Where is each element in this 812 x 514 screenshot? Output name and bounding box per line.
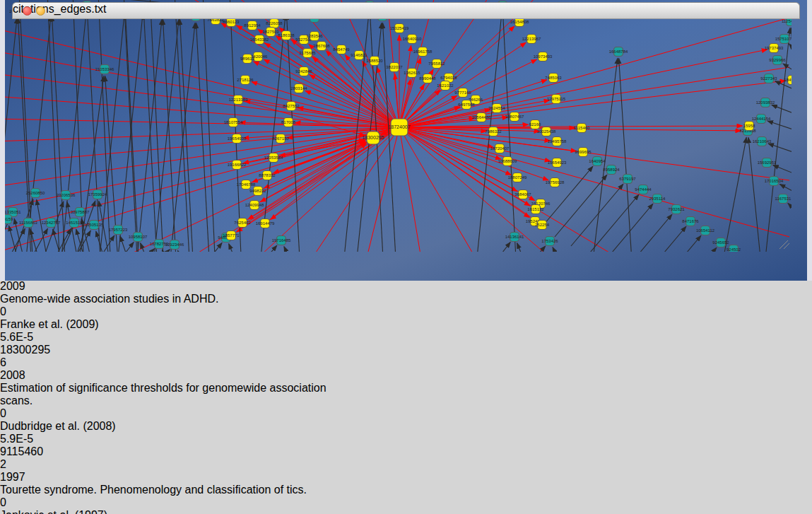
network-node[interactable]: 20206536	[57, 191, 76, 200]
network-node[interactable]: 7485063	[545, 74, 562, 83]
network-window-titlebar[interactable]: citations_edges.txt	[12, 2, 800, 19]
network-node[interactable]: 1588520	[366, 57, 383, 66]
network-node[interactable]: 14136141	[505, 233, 524, 242]
network-node[interactable]: 16543382	[250, 35, 269, 45]
network-node[interactable]: 8990448	[419, 74, 436, 83]
network-node[interactable]: 16640910	[403, 35, 422, 44]
network-node[interactable]: 8958924	[603, 165, 620, 175]
network-node[interactable]: 16210643	[753, 137, 772, 146]
network-node[interactable]: 15325419	[390, 24, 409, 33]
network-node[interactable]: 1167531	[775, 194, 792, 204]
network-node[interactable]: 12409948	[245, 201, 264, 210]
network-node[interactable]: 15958	[743, 122, 755, 131]
network-node[interactable]: 8454749	[333, 45, 350, 54]
network-edge	[284, 247, 295, 252]
network-node[interactable]: 21053346	[95, 65, 114, 74]
network-node[interactable]: 17016504	[765, 177, 784, 186]
network-node[interactable]: 9329966	[769, 56, 786, 65]
network-node[interactable]: 12444154	[752, 115, 771, 124]
network-node[interactable]: 18724007	[388, 119, 410, 136]
network-node[interactable]: 19737493	[765, 44, 784, 53]
network-edge	[571, 184, 623, 246]
network-node-label: 1362615	[404, 71, 420, 75]
network-node[interactable]: 7932621	[668, 205, 685, 214]
network-node[interactable]: 16648784	[609, 47, 628, 57]
network-node[interactable]: 3822037	[386, 63, 403, 72]
network-node-label: 12213389	[229, 98, 248, 102]
network-node-label: 1167531	[775, 197, 792, 201]
network-node[interactable]: 9115460	[574, 124, 591, 133]
network-node[interactable]: 10958107	[129, 233, 148, 242]
network-edge	[399, 127, 789, 180]
network-node-label: 1753426	[541, 239, 558, 243]
network-edge	[541, 166, 593, 228]
network-edge	[789, 44, 792, 50]
minimize-traffic-light[interactable]	[36, 6, 45, 16]
network-node-label: 8427552	[283, 104, 300, 108]
network-node-label: 6794028	[440, 76, 457, 80]
network-node-label: 3822037	[386, 65, 403, 69]
network-node[interactable]: 7955812	[428, 59, 445, 69]
network-edge	[229, 244, 240, 252]
table-row[interactable]: 1830029562008Estimation of significance …	[0, 344, 812, 445]
zoom-traffic-light[interactable]	[49, 6, 59, 16]
network-node-label: 8660123	[223, 20, 240, 24]
network-node[interactable]: 2803144	[290, 84, 307, 93]
close-traffic-light[interactable]	[23, 6, 32, 16]
network-node-label: 817008	[281, 120, 296, 124]
network-node[interactable]: 2867608	[313, 42, 330, 51]
network-node[interactable]: 12213389	[229, 95, 248, 105]
network-node[interactable]: 7625402	[234, 218, 251, 228]
network-node[interactable]: 10688609	[498, 157, 517, 166]
network-node[interactable]: 1640954	[589, 157, 606, 166]
network-node-label: 7625402	[234, 221, 251, 225]
network-node-label: 15958	[743, 124, 755, 128]
network-node[interactable]: 12213967	[522, 35, 541, 44]
network-node[interactable]: 924502	[726, 245, 741, 252]
network-node[interactable]: 9474444	[635, 185, 652, 194]
network-node-label: 2803144	[290, 86, 307, 90]
network-node[interactable]: 9777169	[454, 88, 471, 98]
network-node[interactable]: 15654923	[548, 158, 567, 168]
network-node[interactable]: 8226058	[266, 19, 283, 28]
network-node[interactable]: 17957223	[109, 226, 128, 235]
network-node[interactable]: 2718126	[237, 76, 254, 85]
network-node[interactable]: 18107554	[224, 118, 243, 127]
network-node[interactable]: 11156863	[19, 218, 37, 228]
network-node-label: 3684067	[514, 192, 531, 197]
network-node[interactable]: 1753426	[541, 237, 558, 246]
network-node[interactable]: 19756928	[546, 178, 565, 187]
resize-grip-icon[interactable]	[779, 240, 789, 249]
network-node[interactable]: 9699695	[575, 148, 592, 157]
network-edge	[182, 127, 399, 252]
network-node[interactable]: 6379197	[619, 175, 636, 184]
network-node[interactable]: 8471676	[682, 217, 699, 226]
network-node[interactable]: 16914479	[256, 219, 275, 228]
network-node-label: 30975887	[71, 210, 90, 214]
network-node[interactable]: 19495758	[548, 137, 567, 146]
network-node[interactable]: 19654935	[228, 134, 247, 144]
network-canvas[interactable]: 1872400718300295240557220891406106552871…	[5, 0, 807, 255]
table-row[interactable]: 911546021997Tourette syndrome. Phenomeno…	[0, 445, 812, 514]
network-node[interactable]: 10654112	[696, 226, 715, 235]
network-node[interactable]: 19716485	[272, 236, 291, 245]
network-node[interactable]: 16961758	[413, 47, 433, 57]
network-node[interactable]: 15751074	[775, 35, 792, 44]
network-node[interactable]: 8912954	[244, 21, 261, 30]
network-node[interactable]: 10025438	[537, 127, 556, 136]
network-node[interactable]: 17046788	[237, 180, 256, 189]
network-node[interactable]: 1362615	[404, 69, 420, 78]
table-cell: 6	[0, 356, 67, 369]
network-node[interactable]: 17359924	[88, 190, 107, 199]
table-cell: Genome-wide association studies in ADHD.	[0, 293, 351, 305]
network-node[interactable]: 8427552	[283, 102, 300, 111]
network-node[interactable]: 30975887	[71, 208, 90, 217]
network-node[interactable]: 13505135	[85, 221, 104, 230]
network-node[interactable]: 18807249	[508, 173, 527, 182]
network-node[interactable]: 62160	[529, 120, 541, 129]
network-node[interactable]: 1451519	[66, 218, 83, 228]
network-node[interactable]: 12093832	[756, 98, 775, 107]
network-node-label: 9777169	[454, 90, 471, 95]
network-node[interactable]: 2935114	[649, 194, 666, 204]
network-edge	[18, 18, 32, 252]
